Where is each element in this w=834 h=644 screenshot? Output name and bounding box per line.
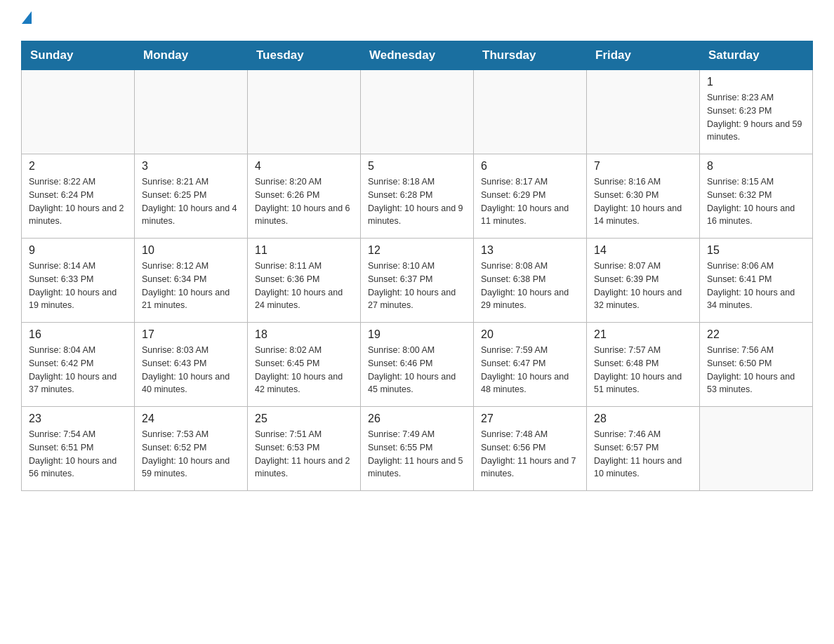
- day-info: Sunrise: 8:18 AM Sunset: 6:28 PM Dayligh…: [368, 175, 466, 228]
- calendar-cell: 8Sunrise: 8:15 AM Sunset: 6:32 PM Daylig…: [700, 154, 813, 239]
- weekday-header-saturday: Saturday: [700, 41, 813, 70]
- day-number: 13: [481, 244, 579, 257]
- day-number: 20: [481, 328, 579, 341]
- weekday-header-friday: Friday: [587, 41, 700, 70]
- week-row-5: 23Sunrise: 7:54 AM Sunset: 6:51 PM Dayli…: [22, 407, 813, 491]
- logo: [21, 14, 32, 27]
- calendar-cell: 10Sunrise: 8:12 AM Sunset: 6:34 PM Dayli…: [135, 239, 248, 323]
- day-info: Sunrise: 8:12 AM Sunset: 6:34 PM Dayligh…: [142, 260, 240, 312]
- day-number: 14: [594, 244, 692, 257]
- calendar-cell: 12Sunrise: 8:10 AM Sunset: 6:37 PM Dayli…: [361, 239, 474, 323]
- calendar-cell: 3Sunrise: 8:21 AM Sunset: 6:25 PM Daylig…: [135, 154, 248, 239]
- day-number: 27: [481, 412, 579, 425]
- day-info: Sunrise: 8:11 AM Sunset: 6:36 PM Dayligh…: [255, 260, 353, 312]
- day-number: 15: [707, 244, 805, 257]
- day-info: Sunrise: 8:03 AM Sunset: 6:43 PM Dayligh…: [142, 344, 240, 396]
- calendar-cell: 20Sunrise: 7:59 AM Sunset: 6:47 PM Dayli…: [474, 323, 587, 407]
- week-row-4: 16Sunrise: 8:04 AM Sunset: 6:42 PM Dayli…: [22, 323, 813, 407]
- day-info: Sunrise: 8:08 AM Sunset: 6:38 PM Dayligh…: [481, 260, 579, 312]
- week-row-2: 2Sunrise: 8:22 AM Sunset: 6:24 PM Daylig…: [22, 154, 813, 239]
- day-number: 10: [142, 244, 240, 257]
- calendar-cell: [248, 70, 361, 154]
- day-number: 26: [368, 412, 466, 425]
- day-number: 8: [707, 160, 805, 173]
- day-number: 22: [707, 328, 805, 341]
- day-info: Sunrise: 7:53 AM Sunset: 6:52 PM Dayligh…: [142, 428, 240, 481]
- calendar-cell: [22, 70, 135, 154]
- day-info: Sunrise: 8:00 AM Sunset: 6:46 PM Dayligh…: [368, 344, 466, 396]
- calendar-cell: 14Sunrise: 8:07 AM Sunset: 6:39 PM Dayli…: [587, 239, 700, 323]
- day-info: Sunrise: 8:02 AM Sunset: 6:45 PM Dayligh…: [255, 344, 353, 396]
- calendar-cell: 13Sunrise: 8:08 AM Sunset: 6:38 PM Dayli…: [474, 239, 587, 323]
- day-info: Sunrise: 7:54 AM Sunset: 6:51 PM Dayligh…: [29, 428, 127, 481]
- calendar-cell: 15Sunrise: 8:06 AM Sunset: 6:41 PM Dayli…: [700, 239, 813, 323]
- calendar-cell: 22Sunrise: 7:56 AM Sunset: 6:50 PM Dayli…: [700, 323, 813, 407]
- day-number: 19: [368, 328, 466, 341]
- week-row-3: 9Sunrise: 8:14 AM Sunset: 6:33 PM Daylig…: [22, 239, 813, 323]
- calendar-cell: 2Sunrise: 8:22 AM Sunset: 6:24 PM Daylig…: [22, 154, 135, 239]
- day-info: Sunrise: 8:07 AM Sunset: 6:39 PM Dayligh…: [594, 260, 692, 312]
- calendar-cell: 24Sunrise: 7:53 AM Sunset: 6:52 PM Dayli…: [135, 407, 248, 491]
- calendar-cell: 19Sunrise: 8:00 AM Sunset: 6:46 PM Dayli…: [361, 323, 474, 407]
- calendar-cell: 11Sunrise: 8:11 AM Sunset: 6:36 PM Dayli…: [248, 239, 361, 323]
- day-number: 21: [594, 328, 692, 341]
- day-number: 9: [29, 244, 127, 257]
- day-info: Sunrise: 8:16 AM Sunset: 6:30 PM Dayligh…: [594, 175, 692, 228]
- day-info: Sunrise: 7:57 AM Sunset: 6:48 PM Dayligh…: [594, 344, 692, 396]
- day-info: Sunrise: 8:04 AM Sunset: 6:42 PM Dayligh…: [29, 344, 127, 396]
- day-number: 12: [368, 244, 466, 257]
- day-info: Sunrise: 8:17 AM Sunset: 6:29 PM Dayligh…: [481, 175, 579, 228]
- calendar-cell: [361, 70, 474, 154]
- day-number: 25: [255, 412, 353, 425]
- day-info: Sunrise: 7:59 AM Sunset: 6:47 PM Dayligh…: [481, 344, 579, 396]
- day-info: Sunrise: 8:14 AM Sunset: 6:33 PM Dayligh…: [29, 260, 127, 312]
- day-info: Sunrise: 8:21 AM Sunset: 6:25 PM Dayligh…: [142, 175, 240, 228]
- calendar-cell: 21Sunrise: 7:57 AM Sunset: 6:48 PM Dayli…: [587, 323, 700, 407]
- day-number: 5: [368, 160, 466, 173]
- day-number: 6: [481, 160, 579, 173]
- day-info: Sunrise: 7:48 AM Sunset: 6:56 PM Dayligh…: [481, 428, 579, 481]
- calendar-cell: [700, 407, 813, 491]
- weekday-header-tuesday: Tuesday: [248, 41, 361, 70]
- day-info: Sunrise: 7:51 AM Sunset: 6:53 PM Dayligh…: [255, 428, 353, 481]
- calendar-cell: 18Sunrise: 8:02 AM Sunset: 6:45 PM Dayli…: [248, 323, 361, 407]
- calendar-table: SundayMondayTuesdayWednesdayThursdayFrid…: [21, 41, 813, 491]
- day-number: 16: [29, 328, 127, 341]
- day-info: Sunrise: 8:06 AM Sunset: 6:41 PM Dayligh…: [707, 260, 805, 312]
- calendar-cell: 25Sunrise: 7:51 AM Sunset: 6:53 PM Dayli…: [248, 407, 361, 491]
- calendar-cell: 26Sunrise: 7:49 AM Sunset: 6:55 PM Dayli…: [361, 407, 474, 491]
- day-info: Sunrise: 8:20 AM Sunset: 6:26 PM Dayligh…: [255, 175, 353, 228]
- day-number: 24: [142, 412, 240, 425]
- calendar-cell: 23Sunrise: 7:54 AM Sunset: 6:51 PM Dayli…: [22, 407, 135, 491]
- calendar-cell: [135, 70, 248, 154]
- logo-arrow-icon: [22, 11, 32, 24]
- calendar-cell: 28Sunrise: 7:46 AM Sunset: 6:57 PM Dayli…: [587, 407, 700, 491]
- calendar-cell: 7Sunrise: 8:16 AM Sunset: 6:30 PM Daylig…: [587, 154, 700, 239]
- day-info: Sunrise: 8:15 AM Sunset: 6:32 PM Dayligh…: [707, 175, 805, 228]
- calendar-cell: 17Sunrise: 8:03 AM Sunset: 6:43 PM Dayli…: [135, 323, 248, 407]
- calendar-cell: 16Sunrise: 8:04 AM Sunset: 6:42 PM Dayli…: [22, 323, 135, 407]
- day-info: Sunrise: 8:10 AM Sunset: 6:37 PM Dayligh…: [368, 260, 466, 312]
- day-number: 11: [255, 244, 353, 257]
- day-number: 18: [255, 328, 353, 341]
- day-number: 3: [142, 160, 240, 173]
- weekday-header-thursday: Thursday: [474, 41, 587, 70]
- day-number: 23: [29, 412, 127, 425]
- calendar-cell: 27Sunrise: 7:48 AM Sunset: 6:56 PM Dayli…: [474, 407, 587, 491]
- calendar-cell: 6Sunrise: 8:17 AM Sunset: 6:29 PM Daylig…: [474, 154, 587, 239]
- day-number: 7: [594, 160, 692, 173]
- day-number: 17: [142, 328, 240, 341]
- day-number: 28: [594, 412, 692, 425]
- weekday-header-row: SundayMondayTuesdayWednesdayThursdayFrid…: [22, 41, 813, 70]
- day-info: Sunrise: 8:23 AM Sunset: 6:23 PM Dayligh…: [707, 91, 805, 144]
- weekday-header-sunday: Sunday: [22, 41, 135, 70]
- calendar-cell: 5Sunrise: 8:18 AM Sunset: 6:28 PM Daylig…: [361, 154, 474, 239]
- page-header: [21, 14, 813, 27]
- day-number: 2: [29, 160, 127, 173]
- day-number: 1: [707, 76, 805, 88]
- day-info: Sunrise: 7:56 AM Sunset: 6:50 PM Dayligh…: [707, 344, 805, 396]
- weekday-header-wednesday: Wednesday: [361, 41, 474, 70]
- day-number: 4: [255, 160, 353, 173]
- weekday-header-monday: Monday: [135, 41, 248, 70]
- calendar-cell: 9Sunrise: 8:14 AM Sunset: 6:33 PM Daylig…: [22, 239, 135, 323]
